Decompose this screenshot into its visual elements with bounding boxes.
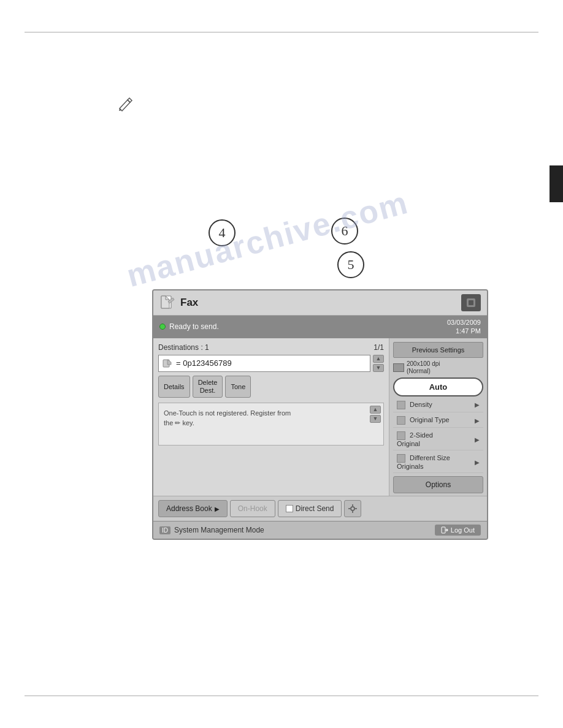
page-count: 1/1	[373, 343, 384, 352]
tone-button[interactable]: Tone	[225, 376, 251, 398]
two-sided-menu-item[interactable]: 2-SidedOriginal ▶	[393, 429, 483, 450]
logout-icon	[441, 526, 448, 534]
bottom-divider	[25, 696, 538, 696]
direct-send-checkbox[interactable]	[286, 505, 293, 512]
fax-title-text: Fax	[180, 297, 198, 309]
ready-text: Ready to send.	[169, 322, 219, 331]
fax-title-bar: Fax	[153, 290, 487, 316]
different-size-menu-item[interactable]: Different SizeOriginals ▶	[393, 452, 483, 473]
settings-spanner-button[interactable]	[344, 500, 361, 517]
fax-document-icon	[159, 295, 175, 311]
different-size-arrow: ▶	[475, 459, 480, 466]
previous-settings-button[interactable]: Previous Settings	[393, 342, 483, 358]
fax-number-input[interactable]: = 0p123456789	[158, 355, 370, 372]
pencil-icon	[117, 95, 135, 116]
sys-mgmt-label: System Management Mode	[174, 526, 264, 534]
different-size-icon	[397, 454, 405, 463]
logout-button[interactable]: Log Out	[435, 525, 481, 536]
status-date: 03/03/2009	[447, 318, 481, 327]
watermark: manuarchive.com	[123, 184, 412, 294]
svg-rect-2	[469, 300, 473, 305]
resolution-text: 200x100 dpi (Normal)	[407, 360, 440, 375]
scroll-up-button[interactable]: ▲	[373, 355, 384, 363]
status-left: Ready to send.	[159, 322, 219, 331]
onetouch-scroll-buttons: ▲ ▼	[370, 406, 381, 423]
fax-status-bar: Ready to send. 03/03/2009 1:47 PM	[153, 316, 487, 338]
step-4-circle: 4	[209, 219, 236, 246]
scroll-down-button[interactable]: ▼	[373, 364, 384, 372]
direct-send-button[interactable]: Direct Send	[278, 500, 342, 517]
logout-label: Log Out	[451, 526, 475, 534]
fax-number-row: = 0p123456789 ▲ ▼	[158, 355, 384, 372]
resolution-icon	[393, 363, 404, 372]
action-buttons: Details Delete Dest. Tone	[158, 376, 384, 398]
fax-panel: Fax Ready to send. 03/03/2009 1:47 PM De…	[152, 289, 488, 540]
two-sided-arrow: ▶	[475, 436, 480, 443]
svg-point-4	[351, 507, 354, 510]
two-sided-icon	[397, 431, 405, 440]
status-dot	[159, 324, 166, 330]
original-type-arrow: ▶	[475, 417, 480, 424]
address-book-button[interactable]: Address Book ▶	[158, 500, 228, 517]
resolution-row: 200x100 dpi (Normal)	[393, 360, 483, 375]
right-tab	[550, 165, 563, 202]
fax-small-icon	[163, 359, 174, 368]
density-menu-item[interactable]: Density ▶	[393, 398, 483, 412]
destinations-row: Destinations : 1 1/1	[158, 343, 384, 352]
delete-dest-button[interactable]: Delete Dest.	[193, 376, 223, 398]
scroll-buttons: ▲ ▼	[373, 355, 384, 372]
svg-rect-9	[442, 527, 445, 533]
details-button[interactable]: Details	[158, 376, 190, 398]
onetouch-message: One-Touch is not registered. Register fr…	[164, 408, 378, 428]
fax-left-panel: Destinations : 1 1/1 = 0p123456789 ▲ ▼	[153, 338, 389, 496]
onetouch-scroll-up[interactable]: ▲	[370, 406, 381, 414]
on-hook-button[interactable]: On-Hook	[230, 500, 275, 517]
density-arrow: ▶	[475, 401, 480, 408]
original-type-menu-item[interactable]: Original Type ▶	[393, 414, 483, 428]
fax-number-text: = 0p123456789	[176, 358, 232, 368]
sys-mgmt-left: ID System Management Mode	[159, 526, 264, 534]
auto-button[interactable]: Auto	[393, 377, 483, 396]
density-icon	[397, 401, 405, 409]
status-time: 1:47 PM	[447, 327, 481, 335]
original-type-label: Original Type	[410, 416, 450, 423]
onetouch-scroll-down[interactable]: ▼	[370, 415, 381, 423]
id-badge: ID	[159, 526, 170, 534]
fax-right-panel: Previous Settings 200x100 dpi (Normal) A…	[389, 338, 487, 496]
fax-content-area: Destinations : 1 1/1 = 0p123456789 ▲ ▼	[153, 338, 487, 496]
original-type-icon	[397, 416, 405, 425]
top-divider	[25, 32, 538, 32]
destinations-label: Destinations : 1	[158, 343, 209, 352]
density-label: Density	[410, 401, 432, 408]
options-button[interactable]: Options	[393, 476, 483, 493]
status-datetime: 03/03/2009 1:47 PM	[447, 318, 481, 336]
spanner-icon	[348, 504, 358, 514]
address-book-arrow: ▶	[215, 506, 220, 512]
step-6-circle: 6	[331, 218, 358, 245]
fax-title-left: Fax	[159, 295, 198, 311]
fax-bottom-buttons: Address Book ▶ On-Hook Direct Send	[153, 496, 487, 521]
fax-home-button[interactable]	[461, 294, 481, 311]
home-icon	[465, 297, 477, 308]
step-5-circle: 5	[337, 251, 364, 278]
onetouch-area: ▲ ▼ One-Touch is not registered. Registe…	[158, 403, 384, 446]
system-management-bar: ID System Management Mode Log Out	[153, 521, 487, 539]
